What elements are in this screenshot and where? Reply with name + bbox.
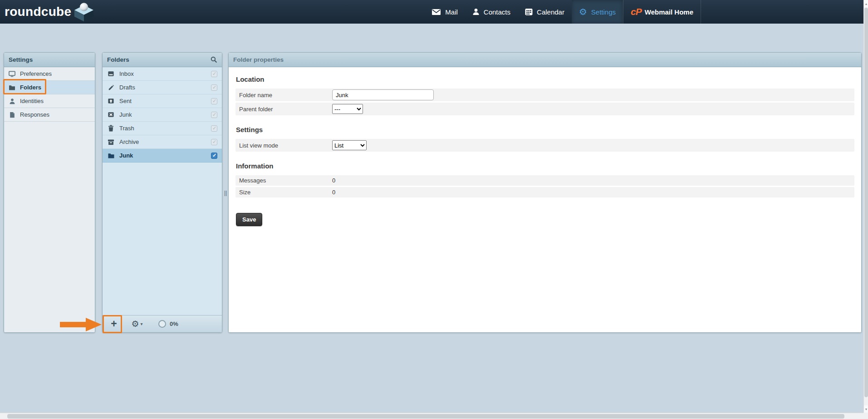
folder-name-input[interactable]: [332, 89, 434, 100]
nav-contacts-label: Contacts: [484, 8, 510, 16]
size-row: Size 0: [235, 187, 854, 197]
top-navigation: Mail Contacts Calendar ⚙ Settings cP Web…: [424, 0, 701, 24]
scrollbar-corner: [863, 413, 868, 419]
folders-panel-title: Folders: [107, 56, 129, 63]
settings-item-responses[interactable]: Responses: [4, 108, 95, 122]
folders-panel: Folders Inbox Drafts Sent: [102, 52, 222, 333]
list-view-mode-select[interactable]: List: [332, 140, 367, 150]
logo-text: roundcube: [5, 5, 71, 19]
folder-checkbox[interactable]: [211, 112, 217, 118]
folder-checkbox[interactable]: [211, 71, 217, 77]
folder-row-drafts[interactable]: Drafts: [103, 81, 222, 94]
folder-icon: [107, 153, 115, 158]
folder-checkbox[interactable]: [211, 125, 217, 132]
messages-label: Messages: [239, 177, 332, 184]
horizontal-scrollbar[interactable]: [0, 413, 863, 419]
folder-name: Trash: [119, 125, 206, 132]
folder-row-inbox[interactable]: Inbox: [103, 67, 222, 81]
folder-row-sent[interactable]: Sent: [103, 94, 222, 108]
list-view-mode-label: List view mode: [239, 142, 332, 149]
settings-item-label: Folders: [20, 84, 41, 91]
scroll-down-icon[interactable]: ▼: [864, 405, 868, 413]
responses-icon: [8, 112, 16, 118]
folders-panel-header: Folders: [103, 53, 222, 67]
nav-contacts[interactable]: Contacts: [465, 0, 518, 24]
parent-folder-label: Parent folder: [239, 106, 332, 113]
folder-properties-form: Location Folder name Parent folder --- S…: [229, 67, 861, 332]
settings-item-label: Responses: [20, 111, 49, 118]
nav-mail-label: Mail: [445, 8, 458, 16]
nav-settings[interactable]: ⚙ Settings: [572, 0, 623, 24]
folder-row-trash[interactable]: Trash: [103, 122, 222, 135]
settings-item-preferences[interactable]: Preferences: [4, 67, 95, 81]
vertical-scrollbar[interactable]: ▲ ▼: [863, 0, 868, 413]
nav-webmail-home[interactable]: cP Webmail Home: [623, 0, 701, 24]
settings-panel: Settings Preferences Folders Identities …: [4, 52, 95, 333]
panel-splitter-handle[interactable]: ||: [223, 185, 228, 201]
roundcube-cube-icon: [73, 1, 95, 22]
information-heading: Information: [236, 162, 854, 170]
identities-icon: [8, 98, 16, 104]
topbar: roundcube Mail Contacts: [0, 0, 868, 24]
folder-actions-button[interactable]: ⚙▾: [128, 317, 147, 331]
messages-row: Messages 0: [235, 175, 854, 186]
horizontal-scrollbar-thumb[interactable]: [7, 414, 844, 419]
plus-icon: +: [111, 318, 117, 330]
folder-name-label: Folder name: [239, 92, 332, 99]
gear-icon: ⚙: [131, 319, 139, 329]
folders-icon: [8, 84, 16, 90]
quota-circle-icon: [158, 320, 166, 328]
cpanel-icon: cP: [631, 6, 642, 17]
inbox-icon: [107, 70, 115, 77]
nav-mail[interactable]: Mail: [424, 0, 465, 24]
folder-checkbox[interactable]: [211, 153, 217, 159]
junk-icon: [107, 111, 115, 118]
nav-calendar[interactable]: Calendar: [518, 0, 572, 24]
folder-name: Sent: [119, 98, 206, 104]
folder-properties-title: Folder properties: [233, 56, 284, 63]
contacts-icon: [472, 8, 480, 15]
parent-folder-row: Parent folder ---: [235, 103, 854, 115]
add-folder-button[interactable]: +: [106, 317, 122, 331]
search-icon[interactable]: [211, 56, 217, 63]
settings-heading: Settings: [236, 126, 854, 133]
save-button[interactable]: Save: [236, 213, 262, 226]
folder-name: Junk: [119, 111, 206, 118]
settings-list: Preferences Folders Identities Responses: [4, 67, 95, 332]
nav-settings-label: Settings: [591, 8, 616, 16]
quota-label: 0%: [170, 320, 178, 327]
folder-checkbox[interactable]: [211, 84, 217, 91]
folder-properties-panel: Folder properties Location Folder name P…: [228, 52, 862, 333]
folder-row-junk-selected[interactable]: Junk: [103, 149, 222, 163]
sent-icon: [107, 98, 115, 104]
size-label: Size: [239, 189, 332, 196]
folder-properties-header: Folder properties: [229, 53, 861, 67]
settings-item-identities[interactable]: Identities: [4, 94, 95, 108]
folder-checkbox[interactable]: [211, 98, 217, 104]
folder-checkbox[interactable]: [211, 139, 217, 145]
drafts-icon: [107, 84, 115, 91]
chevron-down-icon: ▾: [141, 321, 143, 326]
scroll-up-icon[interactable]: ▲: [864, 0, 868, 7]
folders-list: Inbox Drafts Sent Junk: [103, 67, 222, 315]
settings-panel-title: Settings: [9, 56, 33, 63]
settings-panel-header: Settings: [4, 53, 95, 67]
folder-row-junk-special[interactable]: Junk: [103, 108, 222, 122]
mail-icon: [432, 9, 441, 15]
folder-name-row: Folder name: [235, 89, 854, 101]
folder-row-archive[interactable]: Archive: [103, 135, 222, 149]
folders-footer-toolbar: + ⚙▾ 0%: [103, 315, 222, 332]
nav-webmail-home-label: Webmail Home: [645, 8, 693, 16]
settings-item-label: Preferences: [20, 70, 52, 77]
location-heading: Location: [236, 75, 854, 83]
list-view-mode-row: List view mode List: [235, 139, 854, 152]
folder-name: Inbox: [119, 70, 206, 77]
messages-value: 0: [332, 177, 335, 184]
vertical-scrollbar-thumb[interactable]: [864, 8, 868, 397]
settings-item-label: Identities: [20, 98, 44, 104]
folder-name: Drafts: [119, 84, 206, 91]
parent-folder-select[interactable]: ---: [332, 104, 363, 114]
archive-icon: [107, 139, 115, 145]
trash-icon: [107, 125, 115, 132]
settings-item-folders[interactable]: Folders: [4, 81, 95, 94]
